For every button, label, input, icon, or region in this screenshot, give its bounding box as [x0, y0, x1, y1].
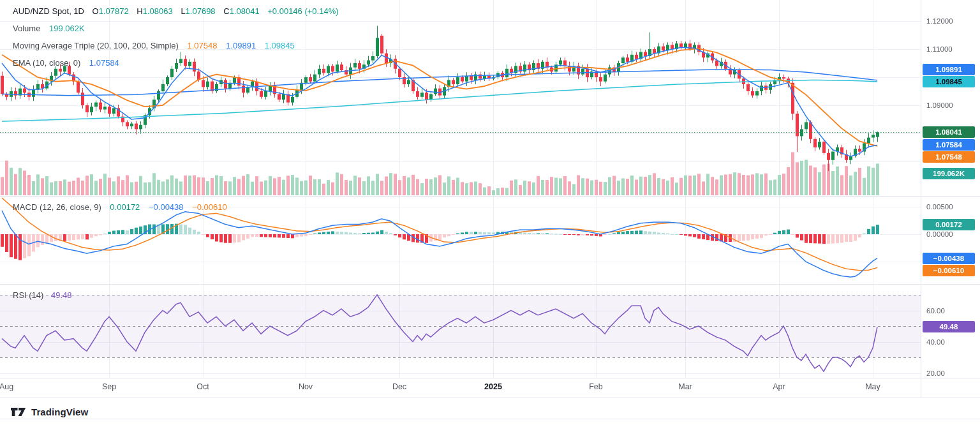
time-axis-label-Apr: Apr: [773, 382, 785, 391]
macd-legend-row[interactable]: MACD (12, 26, close, 9) 0.00172 −0.00438…: [13, 198, 227, 216]
ma-triple-legend-row[interactable]: Moving Average Triple (20, 100, 200, Sim…: [13, 37, 339, 54]
rsi-label: RSI (14): [13, 290, 43, 300]
tradingview-attribution[interactable]: TradingView: [10, 405, 88, 419]
ohlc-close-key: C: [223, 6, 229, 16]
ohlc-low-value: 1.07698: [186, 6, 216, 16]
macd-line-value: −0.00438: [149, 202, 184, 212]
main-pane-legend: AUD/NZD Spot, 1D O1.07872 H1.08063 L1.07…: [13, 3, 339, 71]
tradingview-brand-text: TradingView: [31, 406, 88, 417]
ema-value: 1.07584: [89, 58, 119, 68]
sma20-value: 1.07548: [188, 41, 218, 50]
time-axis-label-Nov: Nov: [299, 382, 313, 391]
tradingview-logo-icon: [10, 407, 27, 417]
time-axis-label-Mar: Mar: [678, 382, 692, 391]
macd-label: MACD (12, 26, close, 9): [13, 202, 101, 212]
macd-pane-legend: MACD (12, 26, close, 9) 0.00172 −0.00438…: [13, 198, 227, 216]
ohlc-low-key: L: [181, 6, 185, 16]
ohlc-close-value: 1.08041: [230, 6, 260, 16]
sma100-value: 1.09891: [226, 41, 256, 50]
tradingview-chart-app: AUD/NZD Spot, 1D O1.07872 H1.08063 L1.07…: [0, 0, 980, 425]
sma200-value: 1.09845: [265, 41, 295, 50]
change-value: +0.00146 (+0.14%): [267, 6, 338, 16]
symbol-legend-row[interactable]: AUD/NZD Spot, 1D O1.07872 H1.08063 L1.07…: [13, 3, 339, 20]
macd-histogram-value: 0.00172: [110, 202, 140, 212]
time-axis-label-May: May: [865, 382, 880, 391]
time-axis-label-2025: 2025: [484, 382, 502, 391]
time-scale-axis[interactable]: AugSepOctNovDec2025FebMarAprMay: [0, 378, 921, 398]
rsi-value: 49.48: [51, 290, 72, 300]
rsi-pane-legend: RSI (14) 49.48: [13, 287, 72, 304]
time-axis-label-Aug: Aug: [0, 382, 13, 391]
volume-legend-row[interactable]: Volume 199.062K: [13, 20, 339, 37]
ohlc-high-key: H: [137, 6, 142, 16]
time-axis-label-Dec: Dec: [392, 382, 406, 391]
time-axis-label-Sep: Sep: [102, 382, 116, 391]
ohlc-open-value: 1.07872: [99, 6, 129, 16]
footer-divider: [0, 419, 980, 419]
ema-label: EMA (10, close, 0): [13, 58, 80, 68]
volume-value: 199.062K: [49, 24, 85, 33]
ohlc-high-value: 1.08063: [143, 6, 173, 16]
time-axis-label-Feb: Feb: [589, 382, 603, 391]
ema-legend-row[interactable]: EMA (10, close, 0) 1.07584: [13, 54, 339, 71]
volume-label: Volume: [13, 24, 40, 33]
rsi-legend-row[interactable]: RSI (14) 49.48: [13, 287, 72, 304]
ma-triple-label: Moving Average Triple (20, 100, 200, Sim…: [13, 41, 179, 50]
macd-signal-value: −0.00610: [192, 202, 227, 212]
time-axis-label-Oct: Oct: [197, 382, 209, 391]
symbol-title: AUD/NZD Spot, 1D: [13, 6, 84, 16]
ohlc-open-key: O: [93, 6, 99, 16]
